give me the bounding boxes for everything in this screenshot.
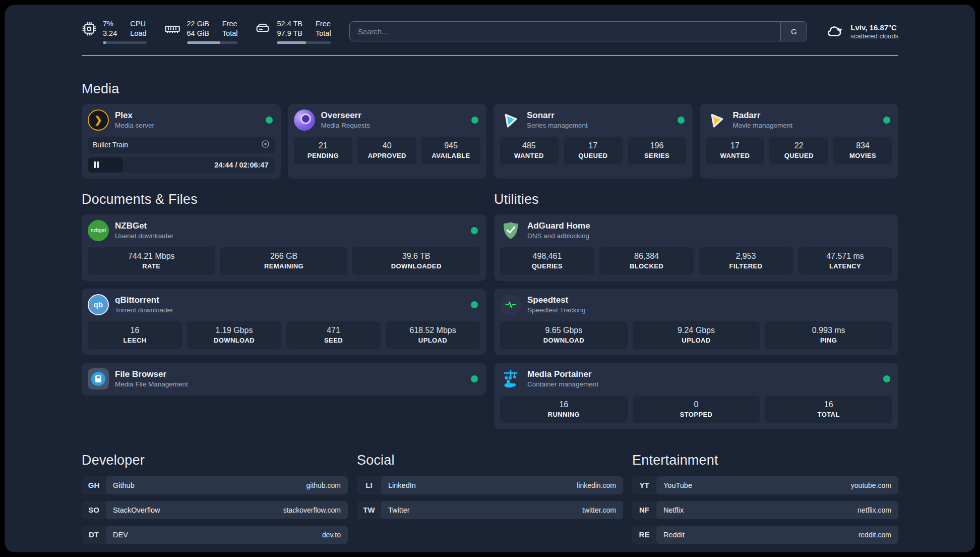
link-tag: TW — [357, 501, 381, 519]
app-card-plex[interactable]: Plex Media server Bullet Train — [82, 104, 281, 179]
stat-label: LEECH — [90, 337, 180, 344]
app-name: Overseerr — [321, 110, 371, 121]
link-row-dev[interactable]: DT DEV dev.to — [82, 526, 348, 544]
app-card-radarr[interactable]: Radarr Movie management 17 WANTED 22 QUE… — [700, 104, 899, 179]
app-card-sonarr[interactable]: Sonarr Series management 485 WANTED 17 Q… — [494, 104, 693, 179]
disk-metric: 52.4 TB 97.9 TB Free Total — [255, 19, 331, 44]
stat-value: 21 — [296, 141, 351, 150]
stat-box: 0.993 ms PING — [765, 321, 892, 349]
pause-icon[interactable] — [94, 161, 99, 168]
link-row-reddit[interactable]: RE Reddit reddit.com — [632, 526, 898, 544]
stat-label: MOVIES — [835, 152, 890, 159]
stat-box: 2,953 FILTERED — [699, 247, 793, 275]
app-subtitle: Media File Management — [115, 380, 188, 388]
media-section-title: Media — [82, 81, 898, 97]
link-tag: GH — [82, 476, 106, 494]
link-name: StackOverflow — [113, 506, 160, 514]
link-url: linkedin.com — [577, 481, 616, 489]
status-dot-online — [471, 117, 478, 124]
stat-value: 86,384 — [601, 252, 692, 261]
cpu-labels: CPU Load — [130, 19, 146, 38]
link-tag: YT — [632, 476, 656, 494]
app-name: Plex — [115, 110, 154, 121]
header-divider — [82, 55, 898, 56]
link-tag: RE — [632, 526, 656, 544]
stat-label: TOTAL — [767, 411, 890, 418]
stat-label: SEED — [288, 337, 379, 344]
app-name: Speedtest — [527, 295, 586, 305]
stat-box: 744.21 Mbps RATE — [88, 247, 215, 275]
link-row-github[interactable]: GH Github github.com — [82, 476, 348, 494]
status-dot-online — [883, 117, 890, 124]
links-section-entertainment: Entertainment YT YouTube youtube.com NF … — [632, 453, 898, 544]
ram-values: 22 GiB 64 GiB — [187, 19, 209, 38]
link-row-stackoverflow[interactable]: SO StackOverflow stackoverflow.com — [82, 501, 348, 519]
link-tag: DT — [82, 526, 106, 544]
load-label: Load — [130, 29, 146, 38]
stat-box: 1.19 Gbps DOWNLOAD — [187, 321, 281, 349]
ram-free-label: Free — [222, 19, 238, 29]
cloud-icon — [825, 22, 844, 40]
weather-widget: Lviv, 16.87°C scattered clouds — [825, 22, 898, 40]
stat-box: 266 GB REMAINING — [220, 247, 348, 275]
stat-box: 16 LEECH — [88, 321, 182, 349]
app-card-portainer[interactable]: Media Portainer Container management 16 … — [494, 363, 898, 429]
app-name: qBittorrent — [115, 295, 173, 305]
search-bar: G — [349, 21, 808, 41]
stat-label: DOWNLOADED — [354, 262, 478, 270]
stop-icon[interactable] — [261, 140, 270, 150]
stat-label: DOWNLOAD — [189, 337, 279, 344]
links-section-social: Social LI LinkedIn linkedin.com TW Twitt… — [357, 453, 623, 544]
app-card-overseerr[interactable]: Overseerr Media Requests 21 PENDING 40 A… — [288, 104, 487, 179]
cpu-icon — [82, 21, 97, 36]
playback-progress-bar[interactable]: 24:44 / 02:06:47 — [88, 157, 275, 173]
stat-box: 0 STOPPED — [633, 396, 760, 423]
link-row-youtube[interactable]: YT YouTube youtube.com — [632, 476, 898, 494]
app-subtitle: Torrent downloader — [115, 306, 173, 314]
app-card-speedtest[interactable]: Speedtest Speedtest Tracking 9.65 Gbps D… — [494, 289, 898, 355]
app-subtitle: Movie management — [733, 122, 793, 129]
stat-box: 618.52 Mbps UPLOAD — [386, 321, 480, 349]
stat-box: 485 WANTED — [500, 137, 559, 164]
search-provider-button[interactable]: G — [780, 22, 807, 41]
stat-label: REMAINING — [222, 262, 346, 270]
search-input[interactable] — [350, 22, 781, 41]
disk-progress-fill — [277, 41, 306, 44]
stat-value: 9.65 Gbps — [502, 326, 626, 335]
stat-label: UPLOAD — [635, 337, 758, 344]
status-dot-online — [883, 375, 890, 382]
stat-box: 40 APPROVED — [357, 137, 416, 164]
link-url: github.com — [307, 481, 341, 489]
stat-value: 17 — [566, 141, 621, 150]
link-row-twitter[interactable]: TW Twitter twitter.com — [357, 501, 623, 519]
link-row-netflix[interactable]: NF Netflix netflix.com — [632, 501, 898, 519]
app-name: Radarr — [733, 110, 793, 121]
disk-total-label: Total — [316, 29, 331, 38]
app-card-adguard[interactable]: AdGuard Home DNS and adblocking 498,461 … — [494, 214, 898, 281]
app-card-nzbget[interactable]: nzbget NZBGet Usenet downloader 744.21 M… — [82, 214, 486, 281]
stat-value: 498,461 — [502, 252, 592, 261]
playback-progress-fill — [88, 157, 123, 173]
app-subtitle: Usenet downloader — [115, 232, 173, 240]
stat-label: BLOCKED — [601, 262, 692, 270]
app-subtitle: Series management — [527, 122, 588, 129]
stat-box: 86,384 BLOCKED — [599, 247, 694, 275]
link-tag: LI — [357, 476, 381, 494]
stat-box: 39.6 TB DOWNLOADED — [352, 247, 480, 275]
plex-icon — [88, 109, 109, 131]
stat-label: PING — [767, 337, 890, 344]
link-name: Twitter — [388, 506, 410, 514]
radarr-icon — [706, 109, 727, 131]
speedtest-icon — [500, 294, 521, 315]
stat-label: RUNNING — [502, 411, 626, 418]
link-url: stackoverflow.com — [283, 506, 341, 514]
stat-box: 22 QUEUED — [769, 137, 828, 164]
entertainment-section-title: Entertainment — [632, 453, 898, 468]
app-name: Sonarr — [527, 110, 588, 121]
now-playing-row: Bullet Train — [88, 137, 275, 153]
app-card-filebrowser[interactable]: File Browser Media File Management — [82, 363, 486, 396]
app-card-qbittorrent[interactable]: qb qBittorrent Torrent downloader 16 LEE… — [82, 289, 486, 355]
link-row-linkedin[interactable]: LI LinkedIn linkedin.com — [357, 476, 623, 494]
stat-label: STOPPED — [635, 411, 758, 418]
sonarr-icon — [500, 109, 521, 131]
